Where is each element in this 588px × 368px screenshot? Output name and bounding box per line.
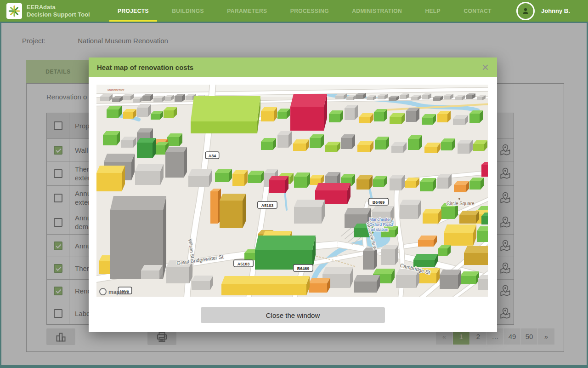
nav-item-help[interactable]: HELP bbox=[417, 0, 449, 22]
svg-text:A5103: A5103 bbox=[261, 203, 274, 208]
heatmap-3d-map[interactable]: Great Bridgewater StWilson StCambridge S… bbox=[96, 85, 488, 297]
svg-text:Oxford Road: Oxford Road bbox=[369, 222, 393, 227]
modal-title: Heat map of renovation costs bbox=[97, 63, 193, 71]
nav-item-administration[interactable]: ADMINISTRATION bbox=[344, 0, 410, 22]
modal-header: Heat map of renovation costs × bbox=[89, 58, 497, 77]
person-icon bbox=[520, 6, 531, 16]
user-avatar[interactable] bbox=[516, 2, 535, 20]
mapbox-attribution: mapbox bbox=[108, 289, 130, 295]
asterisk-logo-icon bbox=[7, 4, 21, 18]
app-title-line1: EERAdata bbox=[27, 4, 105, 11]
nav-item-processing[interactable]: PROCESSING bbox=[282, 0, 337, 22]
eeradata-logo-icon[interactable] bbox=[6, 3, 22, 19]
svg-text:A5103: A5103 bbox=[237, 262, 250, 266]
nav-items: PROJECTSBUILDINGSPARAMETERSPROCESSINGADM… bbox=[105, 0, 516, 22]
svg-text:B6469: B6469 bbox=[297, 266, 310, 271]
app: EERAdata Decision Support Tool PROJECTSB… bbox=[0, 0, 588, 368]
nav-item-contact[interactable]: CONTACT bbox=[455, 0, 500, 22]
svg-text:rail station: rail station bbox=[369, 227, 388, 232]
svg-text:Manchester: Manchester bbox=[107, 88, 124, 92]
close-icon[interactable]: × bbox=[482, 61, 489, 73]
nav-item-projects[interactable]: PROJECTS bbox=[109, 0, 157, 22]
nav-item-parameters[interactable]: PARAMETERS bbox=[219, 0, 275, 22]
app-title-line2: Decision Support Tool bbox=[27, 11, 105, 18]
close-window-button[interactable]: Close the window bbox=[201, 307, 385, 323]
svg-text:Circle Square: Circle Square bbox=[447, 201, 475, 206]
user-name[interactable]: Johnny B. bbox=[541, 7, 576, 14]
svg-text:B6469: B6469 bbox=[373, 200, 385, 205]
top-nav: EERAdata Decision Support Tool PROJECTSB… bbox=[0, 0, 588, 22]
app-title: EERAdata Decision Support Tool bbox=[27, 4, 105, 18]
svg-text:Manchester: Manchester bbox=[369, 217, 391, 222]
nav-item-buildings[interactable]: BUILDINGS bbox=[164, 0, 212, 22]
heatmap-modal: Heat map of renovation costs × Great Bri… bbox=[89, 58, 497, 332]
svg-text:A34: A34 bbox=[209, 154, 216, 158]
